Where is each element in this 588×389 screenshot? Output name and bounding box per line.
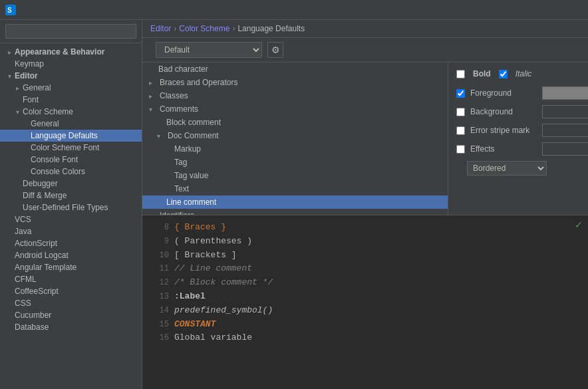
foreground-color-box[interactable] <box>542 86 588 100</box>
foreground-label: Foreground <box>470 88 537 98</box>
sidebar-item-java[interactable]: Java <box>0 225 142 237</box>
sidebar-item-keymap[interactable]: Keymap <box>0 58 142 70</box>
sidebar-item-lang-defaults[interactable]: Language Defaults <box>0 130 142 142</box>
line-number: 12 <box>150 277 169 289</box>
sidebar-item-console-font[interactable]: Console Font <box>0 154 142 166</box>
sidebar-item-label: Java <box>15 227 31 236</box>
arrow-icon: ▸ <box>13 84 21 92</box>
preview-line: 11// Line comment <box>150 262 580 276</box>
sidebar-item-android-logcat[interactable]: Android Logcat <box>0 249 142 261</box>
sidebar-item-coffeescript[interactable]: CoffeeScript <box>0 285 142 297</box>
list-item-tag-value[interactable]: Tag value <box>142 169 448 182</box>
preview-area: 8{ Braces }9( Parentheses )10[ Brackets … <box>142 215 588 350</box>
background-label: Background <box>470 107 537 116</box>
list-item-text[interactable]: Text <box>142 182 448 195</box>
list-arrow-icon: ▸ <box>149 212 157 215</box>
sidebar-item-label: ActionScript <box>15 239 57 248</box>
code-text: /* Block comment */ <box>174 276 273 290</box>
background-color-box[interactable] <box>542 105 588 118</box>
effects-style-dropdown[interactable]: Bordered Underscored Underwaved <box>467 161 547 176</box>
background-checkbox[interactable] <box>456 108 465 116</box>
effects-checkbox[interactable] <box>456 145 465 154</box>
list-item-block-comment[interactable]: Block comment <box>142 116 448 129</box>
sidebar-item-appearance[interactable]: ▸Appearance & Behavior <box>0 46 142 58</box>
sidebar-item-label: Diff & Merge <box>23 191 67 200</box>
sidebar-item-label: User-Defined File Types <box>23 203 108 212</box>
svg-text:S: S <box>7 7 12 14</box>
close-button[interactable] <box>569 3 583 17</box>
title-bar: S <box>0 0 588 20</box>
italic-label: Italic <box>515 69 532 78</box>
sidebar-item-cucumber[interactable]: Cucumber <box>0 309 142 321</box>
list-arrow-icon: ▸ <box>149 79 157 86</box>
foreground-checkbox[interactable] <box>456 89 465 98</box>
code-text: predefined_symbol() <box>174 304 273 318</box>
italic-checkbox[interactable] <box>499 70 508 78</box>
sidebar-item-font[interactable]: Font <box>0 94 142 106</box>
sidebar-item-cfml[interactable]: CFML <box>0 273 142 285</box>
list-item-classes[interactable]: ▸Classes <box>142 89 448 102</box>
breadcrumb-colorscheme[interactable]: Color Scheme <box>179 24 229 33</box>
list-item-label: Identifiers <box>160 211 194 215</box>
sidebar-item-label: Console Font <box>31 155 78 164</box>
arrow-icon: ▾ <box>5 72 13 80</box>
arrow-icon: ▸ <box>5 48 13 56</box>
sidebar-item-database[interactable]: Database <box>0 321 142 333</box>
effects-color-box[interactable] <box>542 142 588 156</box>
breadcrumb-editor[interactable]: Editor <box>150 24 171 33</box>
list-item-label: Block comment <box>166 118 221 127</box>
sidebar-item-css[interactable]: CSS <box>0 297 142 309</box>
list-item-markup[interactable]: Markup <box>142 142 448 156</box>
list-item-bad-char[interactable]: Bad character <box>142 63 448 76</box>
sidebar-item-console-colors[interactable]: Console Colors <box>0 166 142 178</box>
list-item-label: Classes <box>160 91 188 100</box>
bold-checkbox[interactable] <box>456 70 465 78</box>
sidebar-item-editor[interactable]: ▾Editor <box>0 70 142 82</box>
search-input[interactable] <box>5 24 136 39</box>
scheme-gear-button[interactable]: ⚙ <box>267 42 283 58</box>
sidebar-item-colorscheme[interactable]: ▾Color Scheme <box>0 106 142 118</box>
sidebar-item-label: CSS <box>15 299 31 308</box>
error-stripe-color-box[interactable] <box>542 124 588 137</box>
line-number: 14 <box>150 305 169 317</box>
list-item-comments[interactable]: ▾Comments <box>142 102 448 116</box>
sidebar-item-angular-template[interactable]: Angular Template <box>0 261 142 273</box>
sidebar-item-actionscript[interactable]: ActionScript <box>0 237 142 249</box>
sidebar-item-label: CoffeeScript <box>15 287 59 296</box>
line-number: 10 <box>150 249 169 262</box>
app-icon: S <box>5 5 16 15</box>
list-item-label: Line comment <box>166 197 216 207</box>
preview-line: 8{ Braces } <box>150 221 580 235</box>
sidebar-item-diff-merge[interactable]: Diff & Merge <box>0 190 142 201</box>
preview-line: 16Global variable <box>150 331 580 345</box>
code-text: // Line comment <box>174 262 252 276</box>
list-arrow-icon: ▸ <box>149 92 157 100</box>
sidebar-item-cs-general[interactable]: General <box>0 118 142 130</box>
list-item-braces-ops[interactable]: ▸Braces and Operators <box>142 76 448 89</box>
preview-line: 13:Label <box>150 290 580 304</box>
line-number: 15 <box>150 319 169 331</box>
sidebar-item-debugger[interactable]: Debugger <box>0 178 142 190</box>
content-area: Editor › Color Scheme › Language Default… <box>142 20 588 389</box>
error-stripe-checkbox[interactable] <box>456 126 465 135</box>
green-check-icon: ✓ <box>575 219 583 230</box>
items-list: Bad character▸Braces and Operators▸Class… <box>142 63 448 215</box>
sidebar-item-cs-font[interactable]: Color Scheme Font <box>0 142 142 154</box>
list-item-label: Text <box>174 184 189 194</box>
line-number: 8 <box>150 221 169 234</box>
list-item-line-comment[interactable]: Line comment <box>142 195 448 209</box>
sidebar-item-label: CFML <box>15 275 37 284</box>
list-item-label: Bad character <box>158 65 208 74</box>
list-item-doc-comment[interactable]: ▾Doc Comment <box>142 129 448 142</box>
list-item-label: Tag <box>174 158 187 167</box>
scheme-select[interactable]: Default Darcula High Contrast IntelliJ L… <box>156 42 262 58</box>
line-number: 9 <box>150 235 169 248</box>
code-text: ( Parentheses ) <box>174 235 252 249</box>
breadcrumb-sep1: › <box>174 24 176 33</box>
sidebar-item-vcs[interactable]: VCS <box>0 213 142 225</box>
list-item-identifiers[interactable]: ▸Identifiers <box>142 209 448 215</box>
sidebar-item-label: Editor <box>15 71 38 80</box>
sidebar-item-general[interactable]: ▸General <box>0 82 142 94</box>
sidebar-item-user-defined[interactable]: User-Defined File Types <box>0 201 142 213</box>
list-item-tag[interactable]: Tag <box>142 156 448 169</box>
